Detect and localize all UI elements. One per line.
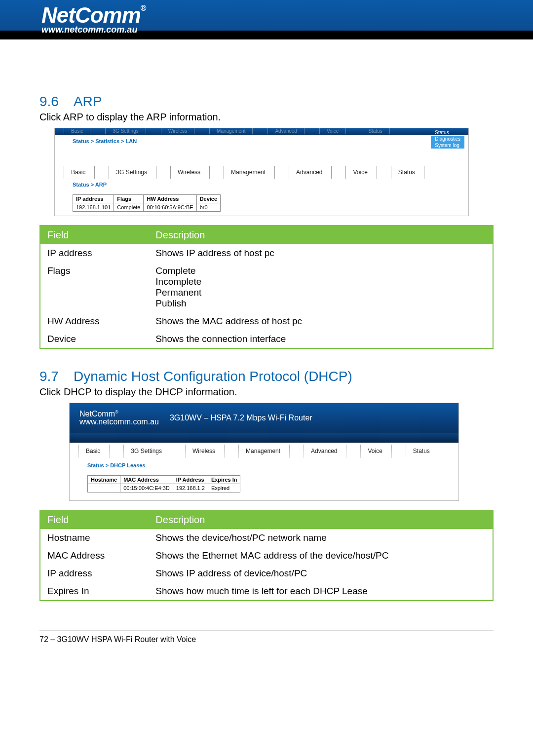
nav-item[interactable]: Status (406, 445, 439, 457)
brand-url-small: www.netcomm.com.au (79, 418, 159, 426)
table-row: 192.168.1.101 Complete 00:10:60:5A:9C:BE… (73, 203, 221, 212)
section-number: 9.6 (39, 94, 59, 110)
side-submenu: Status Diagnostics System log (431, 129, 464, 149)
col-field: Field (40, 226, 149, 244)
nav-item[interactable]: Management (224, 166, 275, 179)
table-row: DeviceShows the connection interface (40, 330, 493, 348)
brand-logo-small: NetComm® (79, 410, 159, 418)
nav-item[interactable]: Voice (360, 445, 391, 457)
screenshot-dhcp: NetComm® www.netcomm.com.au 3G10WV – HSP… (69, 403, 459, 501)
nav-item[interactable]: Advanced (304, 445, 346, 457)
nav-item[interactable]: Basic (64, 166, 95, 179)
product-title: 3G10WV – HSPA 7.2 Mbps Wi-Fi Router (170, 414, 312, 422)
section-heading-arp: 9.6 ARP (39, 94, 494, 110)
nav-item[interactable]: Advanced (289, 166, 332, 179)
table-row: IP addressShows IP address of device/hos… (40, 565, 493, 582)
col-description: Description (149, 510, 493, 529)
section-number: 9.7 (39, 369, 59, 384)
nav-item[interactable]: 3G Settings (123, 445, 171, 457)
nav-item[interactable]: Wireless (185, 445, 225, 457)
breadcrumb: Status > Statistics > LAN (55, 135, 468, 151)
section-heading-dhcp: 9.7 Dynamic Host Configuration Protocol … (39, 369, 494, 384)
nav-item[interactable]: Wireless (170, 166, 210, 179)
faded-menu: Basic 3G Settings Wireless Management Ad… (55, 128, 468, 134)
brand-logo: NetComm® (0, 0, 533, 28)
col-field: Field (40, 510, 149, 529)
table-row: MAC AddressShows the Ethernet MAC addres… (40, 547, 493, 565)
nav-menu: Basic 3G Settings Wireless Management Ad… (70, 443, 458, 459)
breadcrumb: Status > ARP (55, 179, 468, 194)
arp-description-table: Field Description IP addressShows IP add… (39, 225, 494, 349)
brand-url: www.netcomm.com.au (0, 25, 533, 35)
dhcp-description-table: Field Description HostnameShows the devi… (39, 510, 494, 601)
nav-item[interactable]: Voice (345, 166, 377, 179)
nav-item[interactable]: Basic (78, 445, 110, 457)
page-footer: 72 – 3G10WV HSPA Wi-Fi Router with Voice (39, 631, 494, 644)
table-row: Expires InShows how much time is left fo… (40, 582, 493, 601)
table-row: HostnameShows the device/host/PC network… (40, 529, 493, 547)
section-intro: Click ARP to display the ARP information… (39, 112, 494, 123)
col-description: Description (149, 226, 493, 244)
table-row: HW AddressShows the MAC address of host … (40, 312, 493, 330)
nav-item[interactable]: Management (238, 445, 290, 457)
table-row: 00:15:00:4C:E4:3D 192.168.1.2 Expired (88, 484, 240, 492)
nav-item[interactable]: Status (391, 166, 424, 179)
table-row: IP addressShows IP address of host pc (40, 244, 493, 262)
nav-item[interactable]: 3G Settings (109, 166, 156, 179)
nav-menu: Basic 3G Settings Wireless Management Ad… (55, 166, 468, 179)
screenshot-arp: Basic 3G Settings Wireless Management Ad… (54, 128, 469, 216)
dhcp-data-table: Hostname MAC Address IP Address Expires … (87, 475, 240, 492)
page-header: NetComm® www.netcomm.com.au (0, 0, 533, 39)
table-row: FlagsComplete Incomplete Permanent Publi… (40, 262, 493, 312)
section-title: Dynamic Host Configuration Protocol (DHC… (74, 369, 352, 384)
section-title: ARP (74, 94, 102, 110)
arp-data-table: IP address Flags HW Address Device 192.1… (73, 194, 221, 212)
breadcrumb: Status > DHCP Leases (70, 459, 458, 475)
section-intro: Click DHCP to display the DHCP informati… (39, 386, 494, 398)
